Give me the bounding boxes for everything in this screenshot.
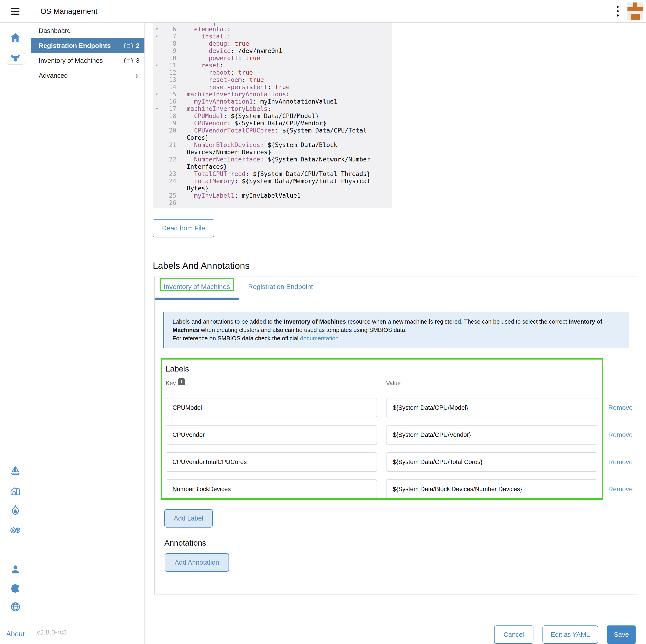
code-line: ▾6 elemental:: [153, 25, 392, 33]
fold-arrow-icon[interactable]: ▾: [153, 25, 161, 33]
clipped-code-line: |: [153, 23, 392, 25]
label-key-input[interactable]: [166, 452, 377, 472]
code-line: |: [153, 23, 392, 25]
add-label-button[interactable]: Add Label: [164, 509, 213, 528]
flame-icon[interactable]: [10, 505, 21, 516]
line-number: 26: [161, 199, 176, 206]
label-value-input[interactable]: [386, 479, 598, 499]
code-line: ▾17machineInventoryLabels:: [153, 105, 392, 112]
fold-arrow-icon[interactable]: ▾: [153, 105, 161, 112]
line-number: 24: [161, 178, 176, 192]
fold-gutter: [153, 156, 161, 170]
main-content: |▾6 elemental:▾7 install:8 debug: true9 …: [145, 23, 646, 644]
annotations-heading: Annotations: [164, 538, 629, 547]
version-label: v2.8.0-rc3: [31, 620, 144, 644]
line-number: 15: [161, 91, 176, 98]
nav-item-registration-endpoints[interactable]: Registration Endpoints{⊟}2: [31, 38, 144, 53]
code-text: |: [187, 23, 392, 25]
remove-label-button[interactable]: Remove: [608, 404, 633, 411]
remove-label-button[interactable]: Remove: [608, 431, 633, 439]
label-row: Remove: [166, 398, 629, 418]
nav-item-inventory-of-machines[interactable]: Inventory of Machines{⊟}3: [31, 53, 144, 68]
line-number: 12: [161, 69, 176, 76]
remove-cell: Remove: [598, 404, 633, 411]
gutter-space: [176, 141, 187, 156]
gutter-space: [176, 40, 187, 47]
fold-gutter: [153, 120, 161, 127]
code-line: 20 CPUVendorTotalCPUCores: ${System Data…: [153, 127, 392, 141]
yaml-code-editor[interactable]: |▾6 elemental:▾7 install:8 debug: true9 …: [153, 23, 392, 208]
save-button[interactable]: Save: [607, 626, 636, 644]
label-key-input[interactable]: [166, 479, 377, 499]
gutter-space: [176, 178, 187, 192]
code-text: NumberNetInterface: ${System Data/Networ…: [187, 156, 392, 170]
documentation-link[interactable]: documentation: [300, 335, 339, 342]
barn-icon[interactable]: [10, 486, 21, 496]
resource-count-icon: {⊟}: [123, 43, 134, 49]
label-value-input[interactable]: [386, 425, 598, 445]
label-key-input[interactable]: [166, 398, 377, 418]
edit-as-yaml-button[interactable]: Edit as YAML: [542, 626, 598, 644]
nav-item-advanced[interactable]: Advanced›: [31, 68, 144, 83]
cancel-button[interactable]: Cancel: [494, 626, 533, 644]
line-number: 25: [161, 192, 176, 199]
fold-arrow-icon[interactable]: ▾: [153, 91, 161, 98]
rancher-logo[interactable]: [628, 2, 643, 20]
kebab-menu-icon[interactable]: [611, 3, 624, 19]
user-icon[interactable]: [10, 564, 21, 575]
remove-label-button[interactable]: Remove: [608, 485, 633, 493]
nav-item-dashboard[interactable]: Dashboard: [31, 23, 144, 38]
add-annotation-button[interactable]: Add Annotation: [165, 553, 229, 572]
bull-icon: [10, 54, 20, 62]
code-line: 23 TotalCPUThread: ${System Data/CPU/Tot…: [153, 170, 392, 178]
line-number: [161, 23, 176, 25]
fold-gutter: [153, 47, 161, 55]
gutter-space: [176, 120, 187, 127]
code-line: 9 device: /dev/nvme0n1: [153, 47, 392, 55]
remove-cell: Remove: [598, 458, 633, 466]
line-number: 23: [161, 170, 176, 178]
fold-gutter: [153, 192, 161, 199]
code-text: reset:: [187, 62, 392, 69]
fold-arrow-icon[interactable]: ▾: [153, 62, 161, 69]
gutter-space: [176, 91, 187, 98]
puzzle-icon[interactable]: [10, 583, 21, 593]
wheat-icon[interactable]: [10, 527, 21, 534]
code-text: install:: [187, 33, 392, 40]
nav-item-label: Inventory of Machines: [39, 57, 123, 65]
label-row: Remove: [166, 479, 629, 499]
line-number: 9: [161, 47, 176, 55]
gutter-space: [176, 105, 187, 112]
fold-gutter: [153, 170, 161, 178]
home-icon[interactable]: [10, 32, 21, 42]
globe-icon[interactable]: [10, 602, 21, 612]
fold-gutter: [153, 127, 161, 141]
code-text: elemental:: [187, 25, 392, 33]
hamburger-icon: [11, 6, 19, 16]
about-link[interactable]: About: [6, 630, 24, 638]
nav-item-label: Dashboard: [39, 27, 139, 34]
main-menu-button[interactable]: [0, 0, 31, 22]
os-management-nav-button[interactable]: [6, 52, 25, 65]
sidebar-divider: [10, 457, 20, 457]
line-number: 13: [161, 76, 176, 83]
code-line: 19 CPUVendor: ${System Data/CPU/Vendor}: [153, 120, 392, 127]
label-key-input[interactable]: [166, 425, 377, 445]
fold-arrow-icon[interactable]: ▾: [153, 33, 161, 40]
remove-label-button[interactable]: Remove: [608, 458, 633, 466]
gutter-space: [176, 76, 187, 83]
gutter-space: [176, 69, 187, 76]
fold-gutter: [153, 23, 161, 25]
tab-inventory-of-machines[interactable]: Inventory of Machines: [154, 277, 239, 300]
line-number: 19: [161, 120, 176, 127]
tab-registration-endpoint[interactable]: Registration Endpoint: [239, 277, 322, 300]
labels-annotations-heading: Labels And Annotations: [153, 261, 646, 271]
remove-cell: Remove: [598, 485, 633, 493]
label-value-input[interactable]: [386, 398, 598, 418]
code-line: 8 debug: true: [153, 40, 392, 47]
read-from-file-button[interactable]: Read from File: [153, 219, 214, 238]
info-icon[interactable]: i: [178, 378, 185, 385]
remove-cell: Remove: [598, 431, 633, 439]
sailboat-icon[interactable]: [10, 466, 21, 476]
label-value-input[interactable]: [386, 452, 598, 472]
